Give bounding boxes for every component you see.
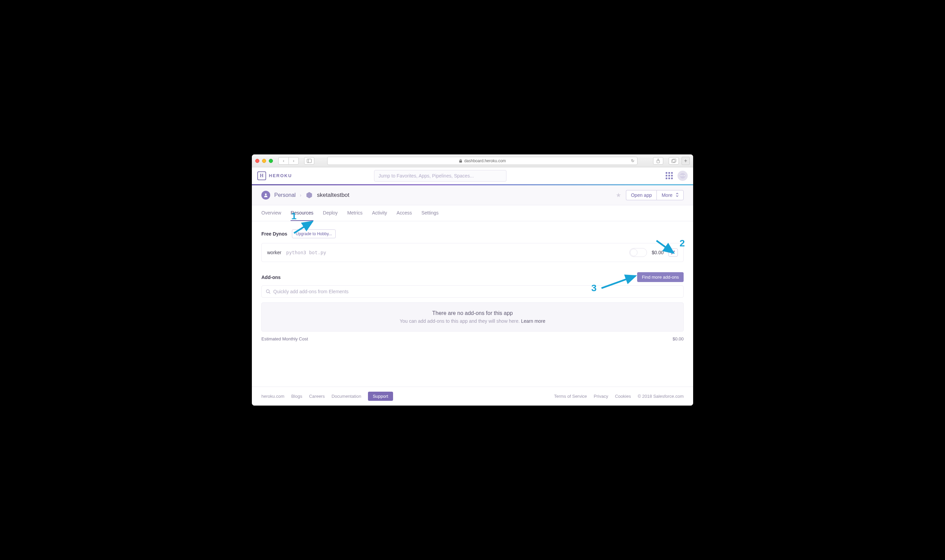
toggle-knob xyxy=(630,249,637,256)
support-button[interactable]: Support xyxy=(368,392,393,401)
more-menu-button[interactable]: More xyxy=(656,190,683,200)
share-button[interactable] xyxy=(653,157,663,165)
url-host: dashboard.heroku.com xyxy=(464,158,506,163)
subheader-actions: ★ Open app More xyxy=(616,190,683,200)
close-window-icon[interactable] xyxy=(255,159,259,163)
sidebar-toggle-button[interactable] xyxy=(304,157,314,165)
header-right xyxy=(666,171,688,181)
global-search-input[interactable]: Jump to Favorites, Apps, Pipelines, Spac… xyxy=(374,170,506,182)
app-tabs: Overview Resources Deploy Metrics Activi… xyxy=(252,205,693,221)
addons-section-header: Add-ons Find more add-ons xyxy=(262,272,683,282)
addons-empty-state: There are no add-ons for this app You ca… xyxy=(262,302,683,332)
dynos-section-header: Free Dynos Upgrade to Hobby... xyxy=(262,229,683,238)
svg-point-8 xyxy=(682,175,682,176)
svg-rect-4 xyxy=(672,160,675,163)
upgrade-dynos-button[interactable]: Upgrade to Hobby... xyxy=(292,229,336,238)
tabs-button[interactable] xyxy=(669,157,679,165)
svg-rect-5 xyxy=(673,159,676,162)
zoom-window-icon[interactable] xyxy=(269,159,273,163)
more-label: More xyxy=(662,192,673,198)
updown-chevron-icon xyxy=(676,193,679,197)
tab-settings[interactable]: Settings xyxy=(421,205,439,221)
svg-marker-11 xyxy=(306,192,312,198)
tab-access[interactable]: Access xyxy=(397,205,412,221)
footer-link-blogs[interactable]: Blogs xyxy=(291,394,302,399)
nav-arrows: ‹ › xyxy=(279,157,299,165)
person-icon xyxy=(263,193,268,197)
addons-empty-sub-text: You can add add-ons to this app and they… xyxy=(400,318,521,324)
page-footer: heroku.com Blogs Careers Documentation S… xyxy=(252,386,693,406)
dyno-row: worker python3 bot.py $0.00 xyxy=(262,243,683,262)
new-tab-button[interactable]: + xyxy=(682,157,690,165)
tab-overview[interactable]: Overview xyxy=(262,205,281,221)
dynos-title: Free Dynos xyxy=(262,231,287,237)
svg-rect-7 xyxy=(680,175,685,176)
estimated-cost-row: Estimated Monthly Cost $0.00 xyxy=(262,336,683,342)
addons-search-placeholder: Quickly add add-ons from Elements xyxy=(273,289,349,294)
tab-deploy[interactable]: Deploy xyxy=(323,205,338,221)
app-hexagon-icon xyxy=(305,191,313,199)
forward-button[interactable]: › xyxy=(289,157,299,165)
heroku-logo-text: HEROKU xyxy=(269,173,292,178)
dyno-toggle[interactable] xyxy=(629,248,647,257)
address-bar[interactable]: dashboard.heroku.com ↻ xyxy=(327,157,637,165)
estimated-cost-value: $0.00 xyxy=(673,336,683,342)
resources-content: Free Dynos Upgrade to Hobby... worker py… xyxy=(252,221,693,386)
addons-empty-title: There are no add-ons for this app xyxy=(269,310,676,316)
pencil-icon xyxy=(671,251,675,255)
heroku-logo-icon: H xyxy=(257,171,266,180)
heroku-logo[interactable]: H HEROKU xyxy=(257,171,292,180)
app-subheader: Personal › sketaltestbot ★ Open app More xyxy=(252,185,693,205)
lock-icon xyxy=(459,159,462,163)
search-icon xyxy=(266,289,271,294)
ninja-avatar-icon xyxy=(680,173,686,179)
tab-metrics[interactable]: Metrics xyxy=(347,205,363,221)
personal-account-icon xyxy=(262,191,270,200)
addons-title: Add-ons xyxy=(262,275,281,280)
footer-link-heroku[interactable]: heroku.com xyxy=(262,394,285,399)
share-icon xyxy=(656,158,660,163)
footer-link-careers[interactable]: Careers xyxy=(309,394,325,399)
addons-search-input[interactable]: Quickly add add-ons from Elements xyxy=(262,285,683,298)
account-avatar[interactable] xyxy=(677,171,688,181)
footer-link-privacy[interactable]: Privacy xyxy=(594,394,608,399)
footer-link-docs[interactable]: Documentation xyxy=(332,394,361,399)
svg-line-13 xyxy=(269,292,271,294)
svg-point-9 xyxy=(683,175,683,176)
addons-learn-more-link[interactable]: Learn more xyxy=(521,318,545,324)
find-addons-button[interactable]: Find more add-ons xyxy=(637,272,683,282)
dyno-type: worker xyxy=(267,250,282,255)
svg-rect-0 xyxy=(307,159,312,163)
tabs-icon xyxy=(671,159,676,163)
titlebar-right: + xyxy=(650,157,690,165)
tab-activity[interactable]: Activity xyxy=(372,205,387,221)
chevron-right-icon: › xyxy=(300,192,302,198)
breadcrumb-app: sketaltestbot xyxy=(317,192,349,198)
svg-point-12 xyxy=(266,290,269,293)
sidebar-icon xyxy=(307,159,312,163)
breadcrumb-account[interactable]: Personal xyxy=(274,192,296,198)
reload-icon[interactable]: ↻ xyxy=(631,158,634,163)
minimize-window-icon[interactable] xyxy=(262,159,266,163)
open-app-button[interactable]: Open app xyxy=(626,190,657,200)
estimated-cost-label: Estimated Monthly Cost xyxy=(262,336,308,342)
footer-link-cookies[interactable]: Cookies xyxy=(615,394,631,399)
search-placeholder: Jump to Favorites, Apps, Pipelines, Spac… xyxy=(379,173,474,178)
apps-grid-icon[interactable] xyxy=(666,172,673,179)
dyno-command: python3 bot.py xyxy=(286,250,326,255)
edit-dyno-button[interactable] xyxy=(668,248,678,257)
dyno-price: $0.00 xyxy=(652,250,663,255)
browser-window: ‹ › dashboard.heroku.com ↻ + H HEROKU xyxy=(252,154,693,406)
tab-resources[interactable]: Resources xyxy=(291,205,313,221)
app-action-buttons: Open app More xyxy=(626,190,683,200)
back-button[interactable]: ‹ xyxy=(279,157,289,165)
browser-titlebar: ‹ › dashboard.heroku.com ↻ + xyxy=(252,154,693,167)
addons-empty-sub: You can add add-ons to this app and they… xyxy=(269,318,676,324)
footer-link-terms[interactable]: Terms of Service xyxy=(554,394,587,399)
footer-copyright: © 2018 Salesforce.com xyxy=(638,394,683,399)
svg-point-10 xyxy=(265,194,267,195)
svg-rect-2 xyxy=(459,160,462,163)
dyno-controls: $0.00 xyxy=(629,248,678,257)
favorite-star-icon[interactable]: ★ xyxy=(616,191,621,199)
heroku-header: H HEROKU Jump to Favorites, Apps, Pipeli… xyxy=(252,167,693,184)
